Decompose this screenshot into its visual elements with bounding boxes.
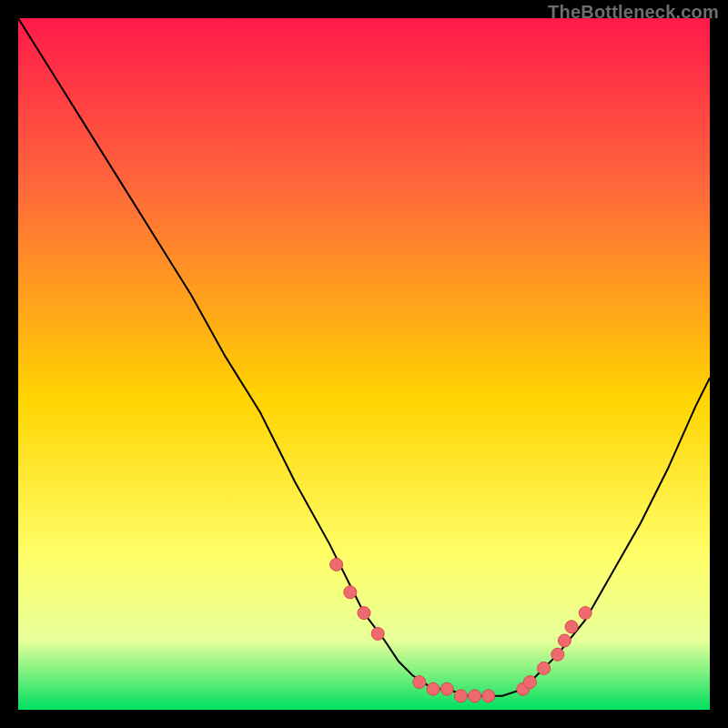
data-point [358, 607, 370, 620]
gradient-background [18, 18, 710, 710]
plot-area [18, 18, 710, 710]
chart-svg [18, 18, 710, 710]
chart-stage: TheBottleneck.com [0, 0, 728, 728]
data-point [579, 607, 592, 620]
data-point [413, 676, 426, 689]
data-point [565, 621, 578, 633]
data-point [344, 586, 357, 599]
data-point [454, 690, 467, 703]
data-point [469, 690, 481, 703]
data-point [440, 682, 453, 695]
data-point [330, 558, 343, 571]
data-point [523, 676, 536, 689]
data-point [427, 682, 440, 695]
data-point [371, 627, 384, 640]
data-point [551, 648, 564, 661]
data-point [558, 634, 571, 647]
data-point [538, 662, 551, 674]
data-point [482, 690, 495, 703]
